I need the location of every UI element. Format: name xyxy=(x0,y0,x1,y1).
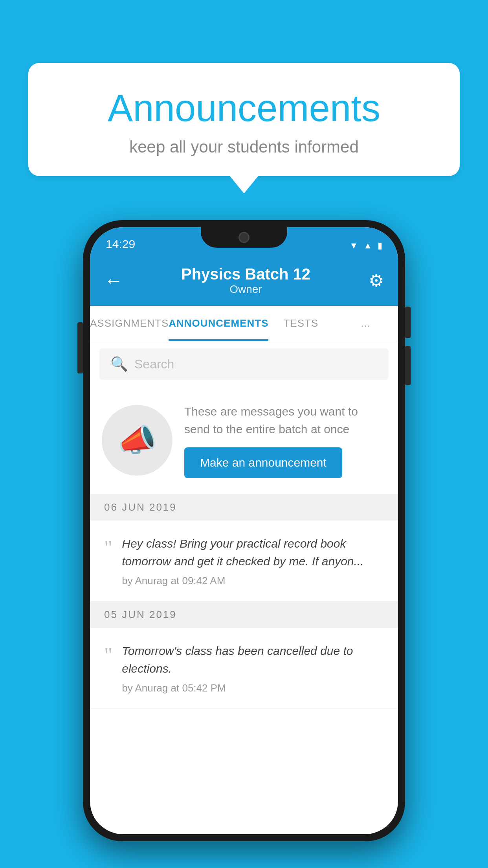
back-button[interactable]: ← xyxy=(104,270,123,291)
app-toolbar: ← Physics Batch 12 Owner ⚙ xyxy=(90,255,398,306)
tab-more[interactable]: ... xyxy=(333,306,398,341)
make-announcement-button[interactable]: Make an announcement xyxy=(184,447,342,478)
search-icon: 🔍 xyxy=(110,356,128,372)
tab-bar: ASSIGNMENTS ANNOUNCEMENTS TESTS ... xyxy=(90,306,398,341)
megaphone-icon: 📣 xyxy=(117,422,157,459)
batch-title: Physics Batch 12 xyxy=(123,265,369,283)
phone-notch xyxy=(201,227,287,248)
front-camera xyxy=(238,232,250,243)
status-icons xyxy=(349,240,382,251)
speech-bubble-section: Announcements keep all your students inf… xyxy=(28,63,460,193)
speech-bubble-title: Announcements xyxy=(60,86,428,130)
search-container: 🔍 Search xyxy=(90,341,398,387)
signal-icon xyxy=(363,240,372,251)
message-author-2: by Anurag at 05:42 PM xyxy=(122,682,384,694)
tab-assignments[interactable]: ASSIGNMENTS xyxy=(90,306,169,341)
speech-bubble-subtitle: keep all your students informed xyxy=(60,138,428,156)
announcement-right-content: These are messages you want to send to t… xyxy=(184,403,386,478)
date-separator-1: 06 JUN 2019 xyxy=(90,494,398,520)
message-author-1: by Anurag at 09:42 AM xyxy=(122,575,384,587)
message-content-1: Hey class! Bring your practical record b… xyxy=(122,535,384,587)
tab-tests[interactable]: TESTS xyxy=(268,306,333,341)
batch-role: Owner xyxy=(123,283,369,296)
announcement-description: These are messages you want to send to t… xyxy=(184,403,386,438)
message-item-2: " Tomorrow's class has been cancelled du… xyxy=(90,628,398,709)
message-text-1: Hey class! Bring your practical record b… xyxy=(122,535,384,570)
status-time: 14:29 xyxy=(106,237,135,251)
message-item-1: " Hey class! Bring your practical record… xyxy=(90,520,398,601)
tab-announcements[interactable]: ANNOUNCEMENTS xyxy=(169,306,268,341)
phone-outer-frame: 14:29 ← Physics Batch 12 Owner ⚙ xyxy=(83,220,405,841)
message-text-2: Tomorrow's class has been cancelled due … xyxy=(122,642,384,677)
settings-button[interactable]: ⚙ xyxy=(369,270,384,291)
speech-bubble-card: Announcements keep all your students inf… xyxy=(28,63,460,176)
quote-icon-1: " xyxy=(104,538,112,558)
phone-screen: 14:29 ← Physics Batch 12 Owner ⚙ xyxy=(90,227,398,834)
speech-bubble-arrow xyxy=(230,176,258,193)
search-placeholder: Search xyxy=(134,357,174,371)
message-content-2: Tomorrow's class has been cancelled due … xyxy=(122,642,384,694)
toolbar-title-area: Physics Batch 12 Owner xyxy=(123,265,369,296)
battery-icon xyxy=(378,240,382,251)
volume-up-button xyxy=(405,307,411,338)
phone-mockup: 14:29 ← Physics Batch 12 Owner ⚙ xyxy=(83,220,405,841)
date-separator-2: 05 JUN 2019 xyxy=(90,601,398,628)
announcement-icon-circle: 📣 xyxy=(102,405,172,476)
quote-icon-2: " xyxy=(104,645,112,666)
wifi-icon xyxy=(349,240,358,251)
volume-down-button xyxy=(405,346,411,385)
announcement-prompt-section: 📣 These are messages you want to send to… xyxy=(90,387,398,494)
power-button xyxy=(77,322,83,373)
search-bar[interactable]: 🔍 Search xyxy=(99,348,389,380)
